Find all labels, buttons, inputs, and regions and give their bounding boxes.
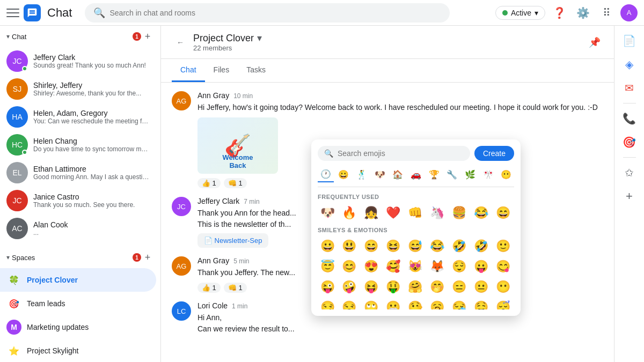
emoji-cell[interactable]: 😀: [318, 237, 337, 256]
emoji-cell[interactable]: 😏: [318, 298, 337, 309]
emoji-cell[interactable]: 🤣: [471, 237, 491, 256]
emoji-category-button[interactable]: 🕺: [354, 166, 370, 182]
title-dropdown-icon[interactable]: ▾: [257, 32, 262, 44]
search-bar[interactable]: 🔍: [85, 3, 450, 23]
chat-section-header[interactable]: ▾ Chat 1 +: [0, 26, 160, 47]
emoji-cell[interactable]: 🥰: [384, 257, 403, 276]
emoji-cell[interactable]: 🤤: [471, 298, 491, 309]
search-input[interactable]: [109, 9, 441, 17]
active-status-button[interactable]: Active ▾: [495, 6, 545, 20]
emoji-category-button[interactable]: 🏆: [426, 166, 442, 182]
emoji-category-button[interactable]: 🚗: [408, 166, 424, 182]
tasks-icon[interactable]: 🎯: [619, 131, 640, 153]
emoji-search-input[interactable]: [338, 149, 464, 158]
add-icon[interactable]: +: [619, 186, 640, 207]
emoji-cell[interactable]: 😊: [340, 257, 359, 276]
reaction-button[interactable]: 👍 1: [197, 178, 221, 188]
emoji-cell[interactable]: 😛: [471, 257, 491, 276]
emoji-cell[interactable]: 😑: [449, 277, 469, 297]
emoji-cell[interactable]: 🙂: [493, 237, 513, 256]
emoji-category-button[interactable]: 🔧: [444, 166, 460, 182]
spaces-section-header[interactable]: ▾ Spaces 1 +: [0, 247, 160, 268]
emoji-cell[interactable]: 😅: [406, 237, 425, 256]
drive-icon[interactable]: ◈: [619, 54, 640, 75]
emoji-cell[interactable]: 😂: [471, 203, 491, 223]
emoji-cell[interactable]: 😐: [471, 277, 491, 297]
add-space-button[interactable]: +: [141, 251, 154, 264]
emoji-cell[interactable]: 😜: [318, 277, 337, 297]
sidebar-space-item[interactable]: 🍀Project Clover: [0, 268, 156, 292]
tab-tasks[interactable]: Tasks: [238, 59, 274, 82]
emoji-cell[interactable]: 🤣: [449, 237, 469, 256]
add-chat-button[interactable]: +: [141, 30, 154, 43]
emoji-category-button[interactable]: 😀: [336, 166, 352, 182]
emoji-category-button[interactable]: 😶: [498, 166, 514, 182]
emoji-category-button[interactable]: 🏠: [390, 166, 406, 182]
emoji-cell[interactable]: 👧: [362, 203, 381, 223]
emoji-cell[interactable]: 😋: [493, 257, 513, 276]
emoji-cell[interactable]: ❤️: [384, 203, 403, 223]
sidebar-chat-item[interactable]: JC Jeffery Clark Sounds great! Thank you…: [0, 47, 156, 75]
emoji-cell[interactable]: 😆: [384, 237, 403, 256]
emoji-cell[interactable]: 😄: [493, 203, 513, 223]
emoji-cell[interactable]: 🦄: [427, 203, 447, 223]
emoji-cell[interactable]: 😝: [362, 277, 381, 297]
emoji-cell[interactable]: 🤪: [340, 277, 359, 297]
help-icon[interactable]: ❓: [550, 3, 569, 23]
emoji-category-button[interactable]: 🐶: [372, 166, 388, 182]
tab-files[interactable]: Files: [205, 59, 238, 82]
settings-icon[interactable]: ⚙️: [573, 3, 592, 23]
phone-icon[interactable]: 📞: [619, 108, 640, 129]
gmail-icon[interactable]: ✉: [619, 77, 640, 99]
attachment[interactable]: 📄 Newsletter-Sep: [197, 233, 268, 248]
sidebar-space-item[interactable]: 🎯Team leads: [0, 292, 156, 315]
emoji-cell[interactable]: 🤑: [384, 277, 403, 297]
emoji-cell[interactable]: 😶: [493, 277, 513, 297]
emoji-cell[interactable]: 🙄: [362, 298, 381, 309]
reaction-button[interactable]: 👊 1: [224, 178, 247, 188]
reaction-button[interactable]: 👍 1: [197, 283, 221, 293]
emoji-category-button[interactable]: 🌿: [462, 166, 478, 182]
back-button[interactable]: ←: [172, 34, 189, 51]
hamburger-menu-icon[interactable]: [6, 6, 19, 19]
emoji-cell[interactable]: 🐶: [318, 203, 337, 223]
create-emoji-button[interactable]: Create: [474, 146, 514, 161]
docs-icon[interactable]: 📄: [619, 30, 640, 51]
emoji-cell[interactable]: 🤗: [406, 277, 425, 297]
emoji-cell[interactable]: 🥱: [427, 298, 447, 309]
emoji-cell[interactable]: 😴: [493, 298, 513, 309]
sidebar-chat-item[interactable]: JC Janice Castro Thank you so much. See …: [0, 187, 156, 215]
star-icon[interactable]: ✩: [619, 162, 640, 183]
emoji-cell[interactable]: 🔥: [340, 203, 359, 223]
sidebar-chat-item[interactable]: EL Ethan Lattimore Good morning Ann. May…: [0, 159, 156, 187]
emoji-category-button[interactable]: 🕐: [318, 166, 334, 182]
sidebar-chat-item[interactable]: SJ Shirley, Jeffery Shirley: Awesome, th…: [0, 75, 156, 103]
emoji-cell[interactable]: 😄: [362, 237, 381, 256]
emoji-cell[interactable]: 😌: [449, 257, 469, 276]
reaction-button[interactable]: 👊 1: [224, 283, 247, 293]
emoji-cell[interactable]: 😇: [318, 257, 337, 276]
pin-button[interactable]: 📌: [586, 34, 603, 51]
user-avatar[interactable]: A: [620, 4, 638, 21]
emoji-cell[interactable]: 🦊: [427, 257, 447, 276]
sidebar-space-item[interactable]: ⭐Project Skylight: [0, 339, 156, 362]
emoji-search-box[interactable]: 🔍: [318, 146, 470, 161]
sidebar-chat-item[interactable]: AC Alan Cook ...: [0, 215, 156, 242]
tab-chat[interactable]: Chat: [172, 59, 205, 82]
emoji-cell[interactable]: 😍: [362, 257, 381, 276]
apps-icon[interactable]: ⠿: [597, 3, 616, 23]
sidebar-chat-item[interactable]: HA Helen, Adam, Gregory You: Can we resc…: [0, 103, 156, 131]
emoji-cell[interactable]: 🍔: [449, 203, 469, 223]
emoji-cell[interactable]: 😂: [427, 237, 447, 256]
emoji-cell[interactable]: 😒: [340, 298, 359, 309]
emoji-cell[interactable]: 😪: [449, 298, 469, 309]
emoji-cell[interactable]: 😻: [406, 257, 425, 276]
emoji-cell[interactable]: 😬: [384, 298, 403, 309]
emoji-cell[interactable]: 🤭: [427, 277, 447, 297]
emoji-category-button[interactable]: 🎌: [480, 166, 496, 182]
emoji-cell[interactable]: 🤥: [406, 298, 425, 309]
emoji-cell[interactable]: 😃: [340, 237, 359, 256]
sidebar-space-item[interactable]: MMarketing updates: [0, 315, 156, 339]
sidebar-chat-item[interactable]: HC Helen Chang Do you have time to sync …: [0, 131, 156, 159]
emoji-cell[interactable]: 👊: [406, 203, 425, 223]
